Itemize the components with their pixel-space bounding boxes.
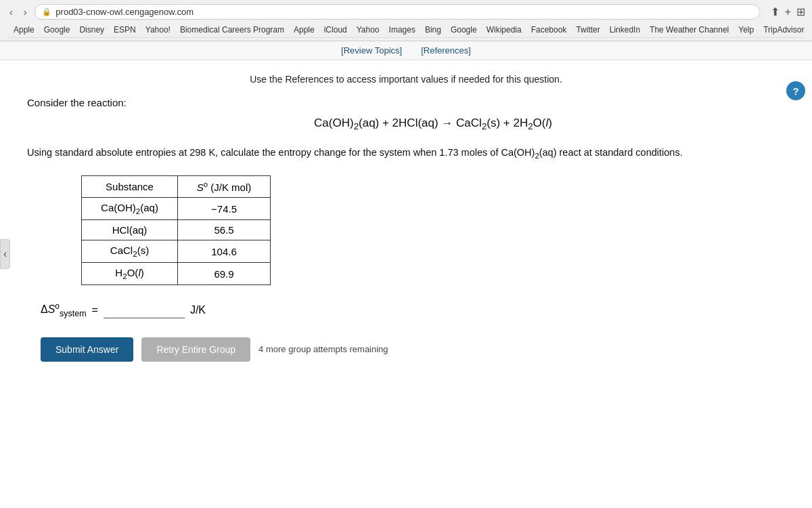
value-hcl: 56.5	[178, 220, 271, 240]
bookmark-weather[interactable]: The Weather Channel	[646, 24, 733, 36]
bookmark-disney[interactable]: Disney	[75, 24, 108, 36]
value-caoh2: −74.5	[178, 198, 271, 220]
lock-icon: 🔒	[42, 7, 51, 16]
bookmark-facebook[interactable]: Facebook	[527, 24, 571, 36]
answer-input[interactable]	[104, 303, 185, 318]
bookmark-twitter[interactable]: Twitter	[572, 24, 604, 36]
bookmark-tripadvisor[interactable]: TripAdvisor	[759, 24, 805, 36]
bookmark-biomedical[interactable]: Biomedical Careers Program	[176, 24, 288, 36]
add-tab-icon[interactable]: +	[785, 6, 791, 18]
browser-top-row: ‹ › 🔒 prod03-cnow-owl.cengagenow.com ⬆ +…	[7, 4, 805, 20]
table-header-substance: Substance	[82, 176, 178, 198]
bookmark-yelp[interactable]: Yelp	[734, 24, 758, 36]
answer-row: ΔSosystem = J/K	[41, 301, 785, 318]
toolbar-row: [Review Topics] [References]	[0, 41, 812, 60]
delta-s-label: ΔSosystem	[41, 301, 87, 318]
consider-label: Consider the reaction:	[27, 97, 785, 108]
equals-sign: =	[92, 304, 98, 316]
extensions-icon[interactable]: ⊞	[796, 5, 805, 18]
entropy-table: Substance So (J/K mol) Ca(OH)2(aq) −74.5…	[81, 175, 271, 285]
submit-button[interactable]: Submit Answer	[41, 337, 133, 362]
forward-button[interactable]: ›	[21, 5, 30, 19]
bookmark-google2[interactable]: Google	[447, 24, 481, 36]
unit-label: J/K	[190, 304, 206, 316]
bookmark-yahoo[interactable]: Yahoo!	[141, 24, 175, 36]
back-button[interactable]: ‹	[7, 5, 16, 19]
reaction-equation: Ca(OH)2(aq) + 2HCl(aq) → CaCl2(s) + 2H2O…	[81, 117, 785, 131]
share-icon[interactable]: ⬆	[771, 5, 780, 18]
table-row: CaCl2(s) 104.6	[82, 240, 271, 263]
table-row: Ca(OH)2(aq) −74.5	[82, 198, 271, 220]
button-row: Submit Answer Retry Entire Group 4 more …	[41, 337, 785, 362]
substance-hcl: HCl(aq)	[82, 220, 178, 240]
reference-notice: Use the References to access important v…	[27, 74, 785, 85]
bookmark-yahoo2[interactable]: Yahoo	[353, 24, 384, 36]
table-row: H2O(l) 69.9	[82, 263, 271, 285]
review-topics-link[interactable]: [Review Topics]	[338, 44, 405, 57]
address-bar[interactable]: 🔒 prod03-cnow-owl.cengagenow.com	[35, 4, 759, 20]
substance-h2o: H2O(l)	[82, 263, 178, 285]
references-link[interactable]: [References]	[418, 44, 474, 57]
attempts-text: 4 more group attempts remaining	[258, 344, 388, 354]
bookmark-wikipedia[interactable]: Wikipedia	[482, 24, 526, 36]
main-content: Use the References to access important v…	[0, 60, 812, 508]
value-cacl2: 104.6	[178, 240, 271, 263]
value-h2o: 69.9	[178, 263, 271, 285]
bookmark-apple2[interactable]: Apple	[290, 24, 319, 36]
bookmark-bing[interactable]: Bing	[421, 24, 445, 36]
side-nav-chevron[interactable]: ‹	[0, 239, 10, 269]
browser-chrome: ‹ › 🔒 prod03-cnow-owl.cengagenow.com ⬆ +…	[0, 0, 812, 41]
bookmark-images[interactable]: Images	[385, 24, 420, 36]
bookmark-icloud[interactable]: iCloud	[320, 24, 351, 36]
bookmark-linkedin[interactable]: LinkedIn	[606, 24, 644, 36]
substance-caoh2: Ca(OH)2(aq)	[82, 198, 178, 220]
bookmarks-bar: Apple Google Disney ESPN Yahoo! Biomedic…	[7, 22, 805, 38]
retry-button[interactable]: Retry Entire Group	[141, 337, 250, 362]
bookmark-espn[interactable]: ESPN	[110, 24, 140, 36]
substance-cacl2: CaCl2(s)	[82, 240, 178, 263]
url-text: prod03-cnow-owl.cengagenow.com	[55, 7, 194, 17]
browser-actions: ⬆ + ⊞	[771, 5, 805, 18]
table-header-entropy: So (J/K mol)	[178, 176, 271, 198]
bookmark-google[interactable]: Google	[40, 24, 74, 36]
problem-text: Using standard absolute entropies at 298…	[27, 145, 690, 162]
bookmark-apple[interactable]: Apple	[9, 24, 39, 36]
table-row: HCl(aq) 56.5	[82, 220, 271, 240]
